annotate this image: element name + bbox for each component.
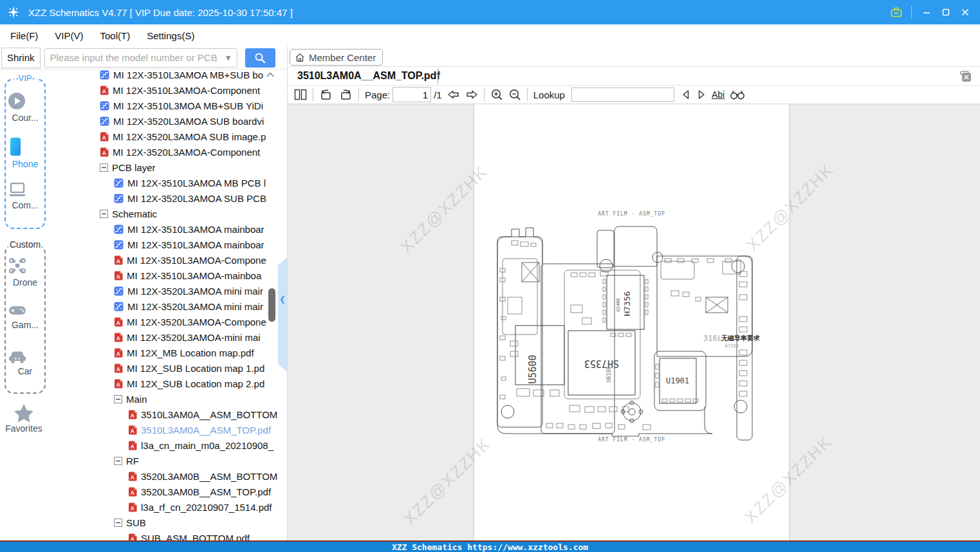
pdf-viewport[interactable]: ART FILM - ASM_TOP ART FILM - ASM_TOP (288, 104, 980, 540)
tree-item[interactable]: MI 12X-3510L3AMOA MB PCB l (57, 175, 288, 190)
collapse-icon[interactable] (114, 457, 122, 465)
binoculars-search-icon[interactable] (727, 87, 748, 102)
tree-scrollbar-thumb[interactable] (268, 288, 275, 322)
tree-group-toggle[interactable]: SUB (57, 515, 288, 530)
tab-active-document[interactable]: 3510L3AM0A__ASM_TOP.pdf (297, 67, 440, 85)
panel-splitter-handle[interactable]: ❮ (278, 257, 287, 372)
search-button[interactable] (245, 48, 275, 68)
tab-bar: 3510L3AM0A__ASM_TOP.pdf (288, 67, 980, 86)
tree-item[interactable]: AMI 12X-3520L3AMOA-Compone (57, 314, 288, 329)
tree-item[interactable]: MI 12X-3510L3AMOA MB+SUB bo (57, 69, 288, 82)
note-k7353: K7353 (725, 344, 739, 349)
tree-item[interactable]: Al3a_rf_cn_20210907_1514.pdf (57, 499, 288, 515)
menu-file[interactable]: File(F) (10, 30, 38, 41)
note-316l: 316L (703, 334, 722, 343)
tree-item[interactable]: MI 12X-3510L3AMOA mainboar (57, 237, 288, 252)
tree-item[interactable]: MI 12X-3510L3MOA MB+SUB YiDi (57, 98, 288, 113)
collapse-icon[interactable] (100, 210, 108, 218)
close-all-tabs-icon[interactable] (959, 71, 972, 82)
tree-item[interactable]: Al3a_cn_main_m0a_20210908_ (57, 437, 288, 453)
pcb-drawing: U5600 SH7353 U6100 H7356 U2400 U1901 316… (474, 104, 789, 540)
tree-item[interactable]: AMI 12X_MB Location map.pdf (57, 345, 288, 360)
previous-page-icon[interactable] (445, 87, 463, 102)
svg-text:A: A (116, 366, 120, 373)
license-briefcase-icon[interactable] (887, 4, 906, 21)
pdf-file-icon: A (114, 333, 123, 342)
next-page-icon[interactable] (463, 87, 481, 102)
rail-item-drone[interactable]: Drone (7, 256, 43, 288)
svg-text:A: A (102, 88, 106, 95)
rail-item-car[interactable]: Car (7, 349, 43, 376)
chip-label-u1901: U1901 (666, 376, 689, 385)
tree-item-label: PCB layer (112, 162, 156, 173)
match-case-abi-icon[interactable]: Abi (712, 89, 725, 100)
tree-item[interactable]: A3520L3AM0B__ASM_BOTTOM (57, 468, 288, 484)
collapse-icon[interactable] (100, 163, 108, 172)
minimize-button[interactable] (917, 4, 936, 21)
page-number-input[interactable] (393, 87, 431, 102)
rail-item-phone[interactable]: Phone (7, 136, 43, 169)
tree-item[interactable]: MI 12X-3520L3AMOA mini mair (57, 299, 288, 314)
rotate-right-icon[interactable] (336, 87, 355, 102)
tree-item[interactable]: AMI 12X_SUB Location map 1.pd (57, 360, 288, 376)
tree-group-toggle[interactable]: RF (57, 453, 288, 468)
tree-item[interactable]: AMI 12X-3510L3AMOA-Compone (57, 252, 288, 268)
rotate-left-icon[interactable] (317, 87, 336, 102)
tree-item-label: MI 12X-3520L3AMOA-Component (113, 147, 260, 158)
tree-item[interactable]: MI 12X-3510L3AMOA mainboar (57, 221, 288, 237)
two-page-view-icon[interactable] (291, 87, 310, 102)
maximize-button[interactable] (936, 4, 956, 21)
tree-item[interactable]: A3510L3AM0A__ASM_TOP.pdf (57, 422, 288, 437)
tree-item[interactable]: AMI 12X-3510L3AMOA-mainboa (57, 268, 288, 283)
close-button[interactable] (956, 4, 975, 21)
rail-item-game[interactable]: Gam... (7, 304, 43, 330)
tree-item[interactable]: AMI 12X_SUB Location map 2.pd (57, 376, 288, 391)
phone-icon (7, 136, 43, 157)
model-search-placeholder: Please input the model number or PCB (45, 52, 220, 63)
rail-item-computer[interactable]: Com... (7, 181, 43, 210)
tree-item[interactable]: AMI 12X-3520L3AMOA-mini mai (57, 329, 288, 345)
boardview-file-icon (100, 101, 109, 111)
svg-text:A: A (102, 150, 106, 156)
svg-text:A: A (116, 382, 120, 388)
tree-item[interactable]: A3510L3AM0A__ASM_BOTTOM (57, 407, 288, 422)
member-row: Member Center (288, 46, 980, 67)
tree-item[interactable]: ASUB_ASM_BOTTOM.pdf (57, 530, 288, 540)
car-icon (7, 349, 43, 364)
chip-label-h7356: H7356 (622, 291, 632, 316)
find-next-icon[interactable] (694, 87, 709, 102)
tree-group-toggle[interactable]: PCB layer (57, 160, 288, 175)
tree-item[interactable]: MI 12X-3520L3AMOA SUB PCB (57, 190, 288, 206)
collapse-icon[interactable] (114, 519, 122, 527)
find-previous-icon[interactable] (678, 87, 694, 102)
tree-item[interactable]: AMI 12X-3520L3AMOA SUB image.p (57, 129, 288, 144)
tree-item-label: l3a_cn_main_m0a_20210908_ (141, 440, 273, 451)
zoom-in-icon[interactable] (488, 87, 506, 102)
tree-item-label: MI 12X-3520L3AMOA SUB PCB (127, 193, 266, 204)
pdf-file-icon: A (114, 317, 123, 327)
chevron-down-icon[interactable]: ▼ (220, 53, 237, 62)
rail-item-label: Phone (7, 159, 43, 169)
menu-tool[interactable]: Tool(T) (100, 30, 131, 41)
tree-scroll-up-icon[interactable] (266, 72, 274, 77)
zoom-out-icon[interactable] (506, 87, 524, 102)
rail-item-course[interactable]: Cour... (7, 91, 43, 123)
tree-item[interactable]: AMI 12X-3520L3AMOA-Component (57, 144, 288, 160)
collapse-icon[interactable] (114, 395, 122, 403)
lookup-label: Lookup (533, 89, 565, 100)
tree-group-toggle[interactable]: Schematic (57, 206, 288, 221)
shrink-button[interactable]: Shrink (1, 48, 41, 68)
member-center-button[interactable]: Member Center (290, 49, 383, 66)
tree-item[interactable]: MI 12X-3520L3AMOA SUB boardvi (57, 113, 288, 129)
menu-vip[interactable]: VIP(V) (55, 30, 83, 41)
lookup-input[interactable] (571, 87, 674, 102)
pdf-file-icon: A (100, 147, 109, 157)
tree-group-toggle[interactable]: Main (57, 391, 288, 407)
search-icon (254, 51, 266, 64)
tree-item[interactable]: MI 12X-3520L3AMOA mini mair (57, 283, 288, 299)
tree-item[interactable]: A3520L3AM0B__ASM_TOP.pdf (57, 484, 288, 499)
tree-item[interactable]: AMI 12X-3510L3AMOA-Component (57, 82, 288, 98)
model-search-combobox[interactable]: Please input the model number or PCB ▼ (44, 48, 237, 68)
rail-item-favorites[interactable]: Favorites (0, 403, 48, 434)
menu-settings[interactable]: Settings(S) (147, 30, 194, 41)
